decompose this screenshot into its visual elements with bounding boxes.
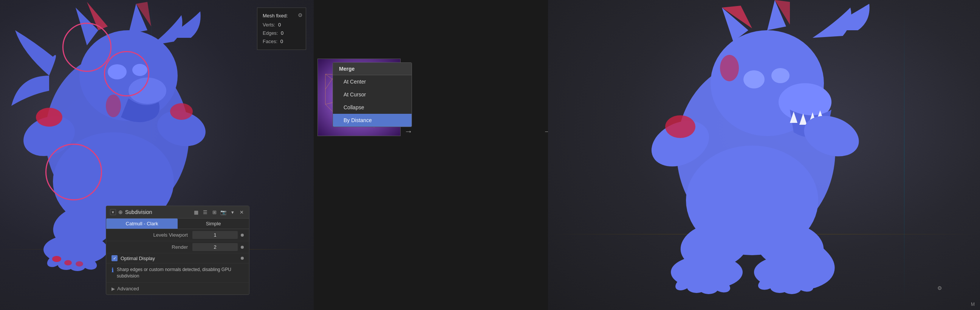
svg-point-7: [108, 64, 127, 79]
info-title: Mesh fixed:: [262, 12, 301, 20]
info-box: Mesh fixed: Verts: 0 Edges: 0 Faces: 0 ⚙: [257, 8, 306, 50]
render-dot: [241, 246, 244, 249]
panel-collapse-btn[interactable]: ▾: [110, 209, 116, 215]
warning-info-icon: ℹ: [111, 267, 114, 274]
middle-area: Merge At Center At Cursor Collapse By Di…: [314, 0, 548, 310]
levels-viewport-dot: [241, 234, 244, 237]
warning-text: Sharp edges or custom normals detected, …: [117, 267, 244, 279]
panel-icon-3[interactable]: ⊞: [210, 208, 218, 216]
levels-viewport-label: Levels Viewport: [111, 232, 192, 238]
levels-viewport-row: Levels Viewport 1: [106, 229, 249, 241]
optimal-display-row: ✓ Optimal Display: [106, 253, 249, 264]
svg-point-32: [106, 94, 121, 117]
info-verts: Verts: 0: [262, 21, 301, 29]
panel-pin-btn[interactable]: ✕: [238, 208, 245, 216]
tab-simple[interactable]: Simple: [178, 218, 249, 229]
info-settings-icon[interactable]: ⚙: [298, 11, 303, 20]
warning-row: ℹ Sharp edges or custom normals detected…: [106, 264, 249, 283]
properties-panel: ▾ ⊕ Subdivision ▦ ☰ ⊞ 📷 ▾ ✕ Catmull - Cl…: [106, 206, 250, 295]
optimal-display-checkbox[interactable]: ✓: [111, 255, 118, 261]
render-row: Render 2: [106, 241, 249, 253]
gear-icon-corner[interactable]: ⚙: [937, 285, 942, 291]
svg-point-82: [720, 55, 739, 81]
edges-label: Edges:: [262, 30, 278, 36]
render-label: Render: [111, 244, 192, 250]
svg-point-64: [743, 70, 765, 89]
panel-title: Subdivision: [125, 209, 190, 215]
panel-header: ▾ ⊕ Subdivision ▦ ☰ ⊞ 📷 ▾ ✕: [106, 206, 249, 218]
render-value[interactable]: 2: [192, 243, 238, 251]
svg-point-21: [64, 260, 72, 265]
left-arrow: →: [404, 127, 413, 137]
optimal-display-dot: [241, 257, 244, 260]
panel-icon-2[interactable]: ☰: [202, 208, 209, 216]
advanced-arrow-icon: ▶: [111, 286, 115, 291]
left-viewport[interactable]: Mesh fixed: Verts: 0 Edges: 0 Faces: 0 ⚙…: [0, 0, 314, 310]
merge-collapse[interactable]: Collapse: [333, 101, 412, 114]
faces-label: Faces:: [262, 38, 277, 44]
svg-point-6: [129, 78, 166, 104]
svg-point-8: [132, 64, 147, 76]
merge-by-distance[interactable]: By Distance: [333, 114, 412, 127]
edges-value: 0: [281, 30, 283, 36]
panel-filter-icon: ⊕: [118, 209, 123, 215]
svg-point-20: [52, 256, 61, 262]
bottom-label-m: M: [971, 302, 975, 307]
panel-icon-camera[interactable]: 📷: [220, 208, 227, 216]
merge-at-cursor[interactable]: At Cursor: [333, 88, 412, 101]
svg-point-65: [772, 68, 789, 83]
merge-context-menu[interactable]: Merge At Center At Cursor Collapse By Di…: [332, 62, 412, 127]
creature-right-svg: [548, 0, 980, 310]
panel-icon-1[interactable]: ▦: [192, 208, 200, 216]
info-edges: Edges: 0: [262, 29, 301, 37]
svg-point-31: [170, 103, 193, 120]
tab-catmull-clark[interactable]: Catmull - Clark: [106, 218, 178, 229]
merge-at-center[interactable]: At Center: [333, 75, 412, 88]
advanced-row[interactable]: ▶ Advanced: [106, 283, 249, 294]
faces-value: 0: [280, 38, 283, 44]
info-faces: Faces: 0: [262, 37, 301, 46]
panel-dropdown-btn[interactable]: ▾: [229, 208, 236, 216]
svg-point-81: [665, 115, 695, 138]
subdivision-tabs: Catmull - Clark Simple: [106, 218, 249, 229]
right-viewport[interactable]: ⚙ M: [548, 0, 980, 310]
svg-point-30: [36, 108, 62, 127]
levels-viewport-value[interactable]: 1: [192, 231, 238, 239]
merge-menu-header: Merge: [333, 63, 412, 75]
verts-label: Verts:: [262, 22, 275, 28]
panel-icon-group: ▦ ☰ ⊞ 📷 ▾ ✕: [192, 208, 245, 216]
svg-point-22: [76, 261, 83, 267]
optimal-display-label: Optimal Display: [121, 256, 155, 261]
verts-value: 0: [278, 22, 281, 28]
advanced-label: Advanced: [117, 286, 139, 291]
